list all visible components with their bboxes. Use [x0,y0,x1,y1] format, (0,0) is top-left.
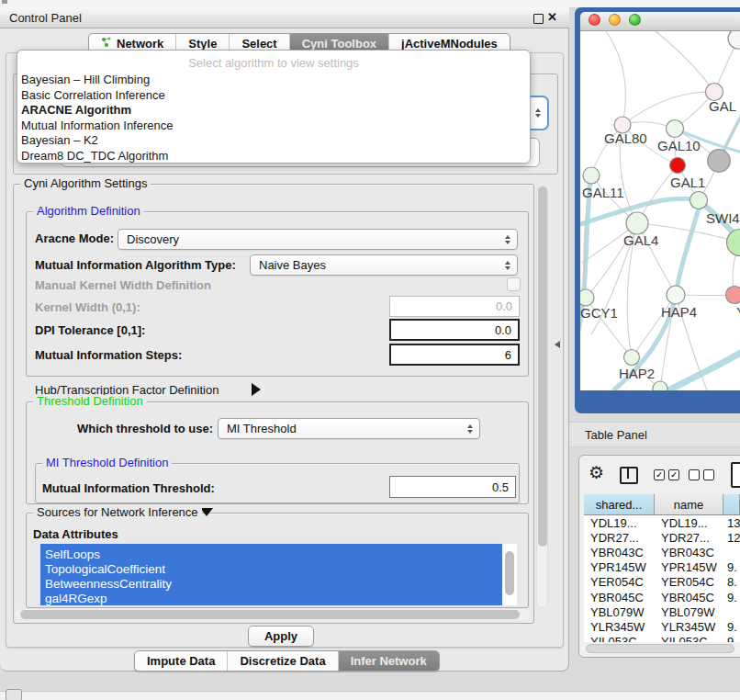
table-horizontal-scrollbar-thumb[interactable] [586,644,734,653]
manual-kernel-checkbox[interactable] [507,277,521,291]
settings-horizontal-scrollbar-thumb[interactable] [20,610,520,619]
which-threshold-combobox[interactable]: MI Threshold [218,418,480,439]
tab-label: Impute Data [147,654,215,668]
table-row[interactable]: YDL19...YDL19...13 [584,515,740,530]
table-row[interactable]: YBR045CYBR045C9. [584,590,740,604]
mi-steps-field[interactable]: 6 [389,344,520,366]
checked-box-icon: ✓ [668,469,679,480]
node-table[interactable]: shared... name YDL19...YDL19...13YDR27..… [584,494,740,642]
algorithm-option[interactable]: Bayesian – K2 [21,133,98,148]
tab-impute-data[interactable]: Impute Data [135,651,227,671]
float-window-icon[interactable] [533,14,544,24]
table-cell: YIL053C [584,635,655,642]
spinner-arrows-icon [505,261,510,270]
table-cell: YDL19... [584,516,655,530]
node-hap4[interactable] [667,286,685,304]
node-partial-bottom[interactable] [653,381,667,390]
network-window-titlebar[interactable] [580,12,740,31]
table-row[interactable]: YIL053CYIL053C9. [584,635,740,643]
node-partial-top[interactable] [728,31,740,49]
algorithm-option[interactable]: Bayesian – Hill Climbing [21,73,150,87]
network-edge[interactable] [622,92,714,125]
algorithm-option-selected[interactable]: ARACNE Algorithm [21,103,131,118]
column-header[interactable]: shared... [584,494,655,514]
node-gal11[interactable] [583,167,600,184]
node-big-green[interactable] [727,230,740,256]
node-gal1[interactable] [670,158,686,174]
table-cell: YER054C [584,575,655,589]
table-cell: YDL19... [655,516,723,530]
algorithm-option[interactable]: Dream8 DC_TDC Algorithm [21,149,168,164]
table-row[interactable]: YBR043CYBR043C [584,545,740,559]
select-all-columns-icon[interactable]: ✓ ✓ [654,469,679,480]
node-label: HAP4 [661,304,697,320]
network-graph[interactable]: GALGAL80GAL10GAL1GAL11SWI4GAL4HAP4YGCY1H… [580,31,740,390]
node-label: GAL80 [604,130,647,146]
node-label: Y [736,304,740,320]
node-gal4[interactable] [626,212,648,234]
spinner-arrows-icon [535,108,541,118]
settings-group-title: Cyni Algorithm Settings [20,177,151,190]
list-item[interactable]: BetweennessCentrality [45,577,172,592]
network-canvas[interactable]: GALGAL80GAL10GAL1GAL11SWI4GAL4HAP4YGCY1H… [580,31,740,390]
mac-zoom-button[interactable] [629,14,641,26]
node-salmon[interactable] [726,287,740,304]
data-attributes-list[interactable]: SelfLoops TopologicalCoefficient Between… [40,544,517,605]
control-panel-titlebar [0,7,569,28]
document-icon[interactable] [731,462,740,488]
table-cell: YER054C [655,575,723,589]
mac-close-button[interactable] [589,14,600,26]
bottom-left-partial-icon[interactable] [6,689,22,700]
list-item[interactable]: gal4RGexp [45,592,107,605]
list-item[interactable]: TopologicalCoefficient [45,562,165,577]
column-header[interactable]: name [655,494,723,514]
column-header[interactable] [723,494,740,514]
node-swi4[interactable] [690,192,708,209]
expand-right-icon[interactable] [252,383,261,396]
algorithm-option[interactable]: Basic Correlation Inference [21,88,165,103]
network-edge[interactable] [606,31,625,125]
mi-type-combobox[interactable]: Naive Bayes [250,254,518,276]
tab-label: Cyni Toolbox [302,37,376,51]
algorithm-option[interactable]: Mutual Information Inference [21,119,173,133]
apply-button[interactable]: Apply [248,626,314,647]
table-row[interactable]: YER054CYER054C8. [584,575,740,590]
node-hap2[interactable] [624,350,640,366]
table-row[interactable]: YPR145WYPR145W9. [584,560,740,575]
tab-label: Infer Network [351,654,427,668]
node-gcy1[interactable] [580,289,594,306]
expand-down-icon[interactable] [200,508,213,516]
split-pane-collapse-icon[interactable] [555,341,560,348]
gear-icon[interactable]: ⚙ [589,464,604,481]
table-panel-title: Table Panel [585,428,647,442]
table-row[interactable]: YBL079WYBL079W [584,604,740,619]
tab-infer-network[interactable]: Infer Network [338,651,439,671]
network-icon [101,37,112,51]
deselect-all-columns-icon[interactable] [689,469,714,480]
data-attributes-label: Data Attributes [33,527,118,541]
node-gray[interactable] [708,150,731,173]
columns-icon[interactable] [620,467,638,484]
mi-threshold-field[interactable]: 0.5 [389,476,516,498]
node-gal10[interactable] [667,120,684,138]
node-label: GAL [709,98,736,114]
table-cell: YDR27... [584,531,655,545]
table-row[interactable]: YLR345WYLR345W9. [584,619,740,634]
network-edge[interactable] [656,31,714,92]
table-cell: YBR043C [655,546,723,559]
kernel-width-field[interactable]: 0.0 [389,296,520,317]
close-icon[interactable]: ✕ [547,10,557,24]
aracne-mode-combobox[interactable]: Discovery [118,229,518,250]
settings-vertical-scrollbar-thumb[interactable] [538,186,547,547]
table-body: YDL19...YDL19...13YDR27...YDR27...12YBR0… [584,515,740,642]
list-item[interactable]: SelfLoops [45,548,100,562]
algorithm-dropdown-popup: Select algorithm to view settings Bayesi… [17,50,531,164]
tab-discretize-data[interactable]: Discretize Data [227,651,337,671]
table-cell: 8. [723,575,740,589]
dpi-tolerance-field[interactable]: 0.0 [389,319,520,341]
list-scrollbar-thumb[interactable] [505,551,514,595]
mac-minimize-button[interactable] [609,14,621,26]
mi-type-label: Mutual Information Algorithm Type: [35,258,236,272]
table-row[interactable]: YDR27...YDR27...12 [584,530,740,545]
table-cell: YBL079W [584,605,655,619]
